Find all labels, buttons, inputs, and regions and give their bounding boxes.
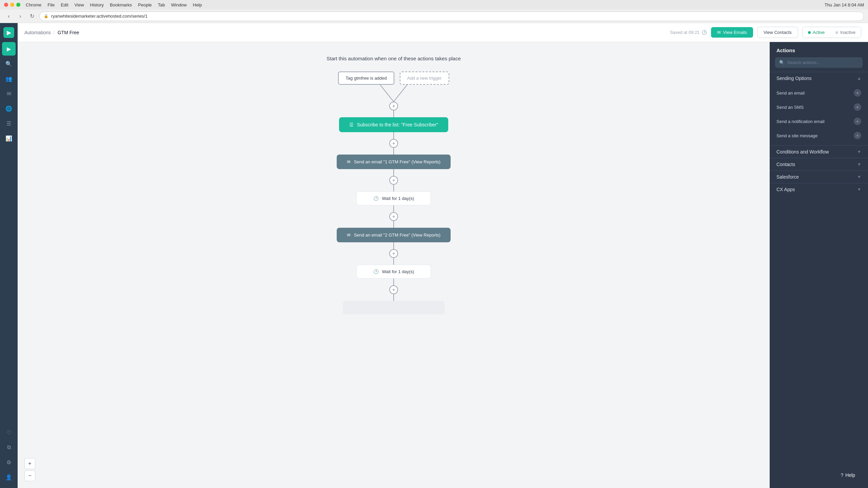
add-button-1[interactable]: + [389, 102, 398, 110]
panel-title: Actions [770, 42, 868, 57]
node-wait-1[interactable]: 🕐 Wait for 1 day(s) [356, 191, 431, 205]
subscribe-icon: ☰ [349, 122, 354, 127]
mac-menu-edit[interactable]: Edit [61, 2, 68, 7]
action-send-sms[interactable]: Send an SMS + [770, 100, 868, 114]
app-container: ▶ ▶ 🔍 👥 ✉ 🌐 ☰ 📊 ♡ ⧉ [0, 23, 868, 488]
connector-2: + [389, 132, 398, 155]
section-salesforce-label: Salesforce [776, 174, 799, 180]
node-wait-2[interactable]: 🕐 Wait for 1 day(s) [356, 265, 431, 279]
node-email-1[interactable]: ✉ Send an email "1 GTM Free" (View Repor… [337, 155, 451, 169]
mac-menu-chrome[interactable]: Chrome [26, 2, 41, 7]
mac-menu-tab[interactable]: Tab [158, 2, 165, 7]
clock-icon-1: 🕐 [373, 196, 379, 201]
send-email-add[interactable]: + [854, 89, 861, 97]
section-sending-options-items: Send an email + Send an SMS + Send a not… [770, 84, 868, 145]
sidebar-item-avatar[interactable]: 👤 [2, 470, 16, 484]
svg-line-0 [380, 85, 394, 102]
action-send-email[interactable]: Send an email + [770, 86, 868, 100]
mac-menu-view[interactable]: View [75, 2, 84, 7]
mac-menu-file[interactable]: File [47, 2, 55, 7]
connector-3: + [389, 169, 398, 191]
trigger-row: Tag gtmfree is added Add a new trigger [338, 72, 449, 85]
content-row: Start this automation when one of these … [18, 42, 868, 488]
section-conditions-header[interactable]: Conditions and Workflow ▼ [770, 145, 868, 158]
zoom-controls: + − [24, 458, 35, 481]
section-salesforce-header[interactable]: Salesforce ▼ [770, 170, 868, 183]
add-button-5[interactable]: + [389, 249, 398, 258]
sidebar-item-search[interactable]: 🔍 [2, 57, 16, 70]
breadcrumb-current: GTM Free [58, 30, 79, 35]
status-group: Active Inactive [802, 27, 861, 38]
minimize-dot[interactable] [10, 3, 14, 7]
sidebar-item-heart[interactable]: ♡ [2, 426, 16, 439]
sidebar-item-lists[interactable]: ☰ [2, 117, 16, 130]
zoom-out-button[interactable]: − [24, 470, 35, 481]
canvas-area[interactable]: Start this automation when one of these … [18, 42, 770, 488]
maximize-dot[interactable] [16, 3, 20, 7]
sidebar-item-layers[interactable]: ⧉ [2, 441, 16, 454]
forward-button[interactable]: › [16, 12, 25, 21]
search-box[interactable]: 🔍 [775, 57, 863, 68]
search-input[interactable] [787, 60, 859, 65]
send-site-message-label: Send a site message [776, 133, 817, 138]
add-button-6[interactable]: + [389, 285, 398, 294]
heart-icon: ♡ [6, 429, 11, 436]
send-notification-add[interactable]: + [854, 118, 861, 125]
mac-menu-bookmarks[interactable]: Bookmarks [110, 2, 132, 7]
mac-menu-history[interactable]: History [90, 2, 104, 7]
add-button-4[interactable]: + [389, 212, 398, 221]
back-button[interactable]: ‹ [4, 12, 14, 21]
zoom-in-button[interactable]: + [24, 458, 35, 469]
email-btn-icon: ✉ [717, 30, 721, 35]
section-cxapps-header[interactable]: CX Apps ▼ [770, 183, 868, 196]
send-site-message-add[interactable]: + [854, 132, 861, 139]
salesforce-chevron: ▼ [857, 175, 861, 179]
view-emails-button[interactable]: ✉ View Emails [711, 27, 753, 38]
sidebar-item-automations[interactable]: ▶ [2, 42, 16, 56]
sidebar-item-settings[interactable]: ⚙ [2, 455, 16, 469]
action-send-notification[interactable]: Send a notification email + [770, 114, 868, 128]
connector-1: + [389, 102, 398, 117]
workflow: Tag gtmfree is added Add a new trigger [337, 72, 451, 314]
help-button[interactable]: ? Help [834, 469, 861, 481]
action-send-site-message[interactable]: Send a site message + [770, 128, 868, 143]
inactive-button[interactable]: Inactive [830, 27, 861, 38]
mac-menu-people[interactable]: People [138, 2, 152, 7]
mac-time: Thu Jan 14 8:04 AM [825, 2, 864, 7]
merge-connector [353, 85, 434, 102]
cxapps-chevron: ▼ [857, 187, 861, 192]
automation-subtitle: Start this automation when one of these … [327, 56, 461, 61]
node-email-2[interactable]: ✉ Send an email "2 GTM Free" (View Repor… [337, 228, 451, 242]
sidebar-item-reports[interactable]: 📊 [2, 131, 16, 145]
automations-icon: ▶ [7, 46, 11, 52]
mac-menu-help[interactable]: Help [193, 2, 202, 7]
breadcrumb-parent[interactable]: Automations [24, 30, 51, 35]
refresh-button[interactable]: ↻ [27, 12, 37, 21]
section-sending-options-header[interactable]: Sending Options ▲ [770, 72, 868, 84]
mac-bar: Chrome File Edit View History Bookmarks … [0, 0, 868, 9]
mac-menu-window[interactable]: Window [171, 2, 187, 7]
sidebar-item-email[interactable]: ✉ [2, 87, 16, 100]
history-icon[interactable]: 🕐 [702, 30, 707, 35]
trigger-tag[interactable]: Tag gtmfree is added [338, 72, 394, 85]
url-bar[interactable]: 🔒 ryanwhitesidemarketer.activehosted.com… [39, 12, 864, 21]
inactive-dot [835, 31, 838, 34]
active-button[interactable]: Active [803, 27, 830, 38]
send-notification-label: Send a notification email [776, 119, 825, 124]
active-dot [808, 31, 811, 34]
url-text: ryanwhitesidemarketer.activehosted.com/s… [51, 14, 147, 19]
node-subscribe[interactable]: ☰ Subscribe to the list: "Free Subscribe… [339, 117, 448, 132]
add-button-3[interactable]: + [389, 176, 398, 185]
close-dot[interactable] [4, 3, 8, 7]
add-button-2[interactable]: + [389, 139, 398, 148]
trigger-add[interactable]: Add a new trigger [400, 72, 449, 85]
view-contacts-button[interactable]: View Contacts [757, 27, 798, 38]
sidebar-item-web[interactable]: 🌐 [2, 102, 16, 115]
mac-window-controls[interactable] [4, 3, 20, 7]
section-contacts-header[interactable]: Contacts ▼ [770, 158, 868, 170]
main-content: Automations / GTM Free Saved at 09:21 🕐 … [18, 23, 868, 488]
sidebar-item-contacts[interactable]: 👥 [2, 72, 16, 85]
send-sms-add[interactable]: + [854, 103, 861, 111]
browser-nav[interactable]: ‹ › ↻ [4, 12, 37, 21]
saved-text: Saved at 09:21 [670, 30, 699, 35]
